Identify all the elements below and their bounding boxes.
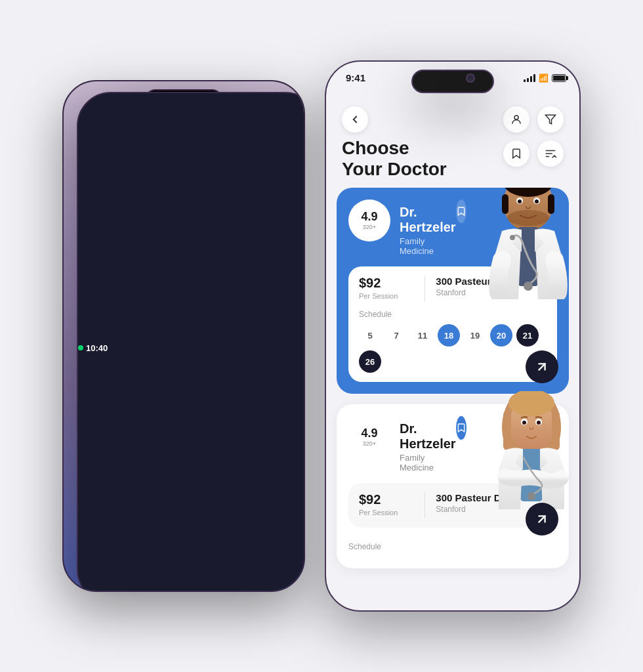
card1-rating: 4.9 320+	[348, 200, 390, 242]
card2-price: $92	[359, 492, 414, 507]
date-5[interactable]: 5	[359, 324, 381, 346]
svg-point-27	[514, 116, 518, 119]
date-20[interactable]: 20	[490, 324, 512, 346]
battery-tip	[566, 76, 568, 80]
right-nav	[326, 98, 579, 138]
card1-rating-value: 4.9	[361, 211, 377, 222]
nav-right-icons	[503, 106, 564, 133]
card2-rating: 4.9 320+	[348, 416, 390, 458]
date-7[interactable]: 7	[385, 324, 407, 346]
bar3	[530, 76, 532, 82]
svg-marker-28	[546, 115, 556, 124]
filter-button[interactable]	[537, 106, 564, 133]
wifi-icon: 📶	[539, 74, 549, 83]
card1-rating-count: 320+	[363, 224, 376, 230]
card2-top: 4.9 320+ Dr. Hertzeler Family Medicine	[348, 416, 557, 475]
svg-line-45	[539, 364, 545, 370]
svg-point-43	[524, 282, 533, 291]
card1-top: 4.9 320+ Dr. Hertzeler Family Medicine	[348, 200, 557, 259]
card2-divider	[425, 492, 425, 518]
left-phone: 10:40	[62, 80, 305, 592]
cards-container: 4.9 320+ Dr. Hertzeler Family Medicine	[326, 188, 579, 608]
card1-name: Dr. Hertzeler	[400, 205, 456, 235]
card1-bookmark[interactable]	[456, 200, 467, 223]
date-18[interactable]: 18	[438, 324, 460, 346]
date-11[interactable]: 11	[411, 324, 434, 346]
card1-price-block: $92 Per Session	[359, 276, 414, 300]
profile-button[interactable]	[503, 106, 529, 133]
page-title: Choose Your Doctor	[342, 138, 447, 180]
card1-info: Dr. Hertzeler Family Medicine	[400, 200, 456, 256]
card2-specialty: Family Medicine	[400, 453, 456, 472]
card1-schedule-dates: 5 7 11 18 19 20 21 26	[359, 324, 547, 373]
title-right-icons	[503, 140, 564, 167]
card1-specialty: Family Medicine	[400, 236, 456, 256]
back-button[interactable]	[342, 106, 368, 133]
battery-fill	[553, 75, 565, 81]
card2-bookmark[interactable]	[456, 416, 467, 440]
right-time: 9:41	[346, 72, 365, 83]
right-status-bar: 9:41 📶	[346, 72, 566, 83]
bar1	[524, 79, 526, 82]
sort-button[interactable]	[537, 140, 564, 167]
signal-bars	[524, 74, 535, 82]
status-dot	[78, 345, 83, 350]
card2-name: Dr. Hertzeler	[400, 421, 456, 452]
card2-info: Dr. Hertzeler Family Medicine	[400, 416, 456, 472]
card2-schedule-label: Schedule	[348, 536, 557, 551]
date-19[interactable]: 19	[464, 324, 486, 346]
svg-point-57	[528, 492, 535, 500]
right-phone: 9:41 📶	[325, 60, 581, 612]
card1-divider	[425, 276, 425, 302]
doctor-card-2[interactable]: 4.9 320+ Dr. Hertzeler Family Medicine	[337, 404, 569, 568]
card2-price-block: $92 Per Session	[359, 492, 414, 516]
right-status-icons: 📶	[524, 74, 566, 83]
svg-line-58	[539, 516, 545, 522]
card1-price-label: Per Session	[359, 292, 414, 300]
card2-rating-count: 320+	[363, 440, 376, 447]
card1-price: $92	[359, 276, 414, 291]
left-status-bar: 10:40	[77, 92, 305, 592]
battery-icon	[552, 74, 566, 82]
card2-action-button[interactable]	[526, 503, 558, 536]
right-content: Choose Your Doctor	[326, 98, 579, 610]
left-time: 10:40	[86, 343, 108, 353]
title-row: Choose Your Doctor	[326, 138, 579, 188]
doctor-card-1[interactable]: 4.9 320+ Dr. Hertzeler Family Medicine	[337, 188, 569, 394]
date-26[interactable]: 26	[359, 350, 381, 373]
card2-price-label: Per Session	[359, 509, 414, 516]
card2-rating-value: 4.9	[361, 427, 377, 439]
card1-action-button[interactable]	[526, 350, 558, 383]
bar2	[527, 78, 529, 82]
bar4	[533, 74, 535, 82]
bookmark-list-button[interactable]	[503, 140, 529, 167]
card1-schedule-label: Schedule	[359, 310, 547, 319]
date-21[interactable]: 21	[516, 324, 539, 346]
